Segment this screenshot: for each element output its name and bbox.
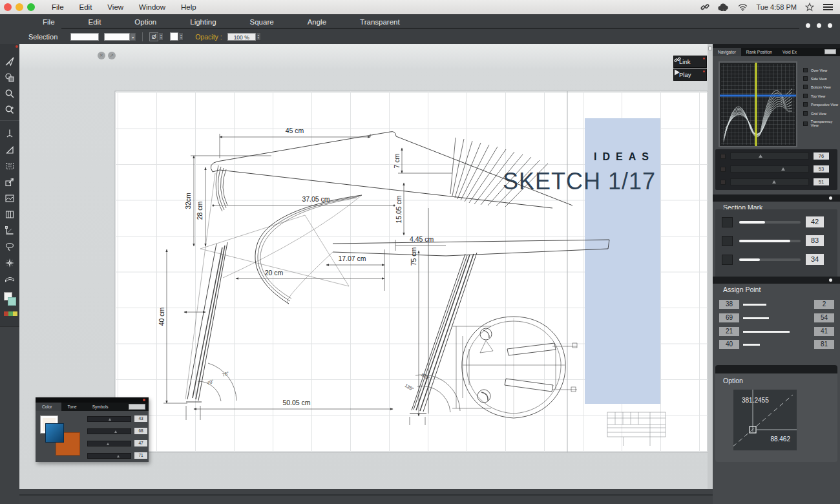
section-slider-2[interactable]: 83 [722,235,824,246]
svg-text:32cm: 32cm [184,193,192,209]
app-menubar: File Edit Option Lighting Square Angle T… [0,14,840,29]
lasso-hand-tool[interactable] [0,238,19,255]
navigator-preview[interactable] [719,61,797,147]
view-option-grid[interactable]: Grid View [803,111,826,116]
svg-text:4.45 cm: 4.45 cm [410,235,434,243]
svg-text:45 cm: 45 cm [286,127,304,134]
assign-point-header[interactable] [713,277,840,284]
tool-options-bar: Selection ▾ Ø ▲▼ ▲▼ Opacity : 100 % ▲▼ [0,29,840,44]
color-panel-header[interactable] [36,397,149,403]
assign-row-3[interactable]: 21 41 [719,327,790,336]
fill-field[interactable] [70,33,99,41]
color-slider-2[interactable]: 68 [87,428,147,434]
canvas-scrollbar[interactable] [708,44,713,489]
assign-row-2[interactable]: 69 54 [719,313,769,322]
section-slider-1[interactable]: 42 [722,216,824,227]
assign-row-4[interactable]: 40 81 [719,340,760,349]
hamburger-menu-icon[interactable] [823,3,834,11]
menu-angle[interactable]: Angle [291,18,343,26]
coordinate-preview[interactable]: 381.2455 88.462 [733,390,797,450]
menu-file[interactable]: File [26,18,72,26]
view-option-over[interactable]: Over View [803,68,827,72]
color-slider-4[interactable]: 71 [87,452,147,459]
doc-close-icon[interactable]: ✕ [98,52,105,59]
swatch-blue[interactable] [45,423,64,443]
image-trace-tool[interactable] [0,190,19,206]
pages-book-tool[interactable] [0,206,19,222]
option-title: Option [723,377,743,384]
svg-text:37.05 cm: 37.05 cm [302,195,330,203]
swatch-stepper[interactable]: ▲▼ [178,32,184,41]
shapes-tool[interactable] [0,69,19,85]
link-icon [674,56,681,63]
nav-slider-1[interactable]: 76 [720,152,829,160]
select-cursor-tool[interactable] [0,53,19,69]
nav-slider-2[interactable]: 53 [720,165,829,173]
star-burst-tool[interactable] [0,255,19,271]
view-option-bottom[interactable]: Bottom View [803,85,831,89]
opacity-input[interactable]: 100 % [227,33,256,41]
ribbon-3d-tool[interactable] [0,271,19,287]
link-button[interactable]: Link [673,56,707,68]
color-panel-options-icon[interactable] [129,404,145,410]
panel-options-icon[interactable] [824,49,836,54]
tab-tone[interactable]: Tone [61,403,86,411]
menu-edit[interactable]: Edit [72,18,118,26]
tab-void-ex[interactable]: Void Ex [777,48,802,56]
zoom-plus-tool[interactable] [0,101,19,118]
color-slider-1[interactable]: 43 [87,415,147,422]
toolbar-badge [16,45,18,48]
menu-option[interactable]: Option [118,18,173,26]
color-swatch[interactable] [170,32,178,41]
wifi-icon[interactable] [738,3,748,11]
menu-transparent[interactable]: Transparent [343,18,417,26]
opacity-stepper[interactable]: ▲▼ [256,32,261,41]
mac-menu-help[interactable]: Help [181,3,196,11]
search-tool[interactable] [0,85,19,101]
minimize-traffic-light[interactable] [16,3,23,11]
stroke-dropdown[interactable]: ▾ [130,33,136,41]
color-slider-3[interactable]: 47 [87,440,147,446]
tab-rank-position[interactable]: Rank Position [741,48,777,56]
svg-text:40 cm: 40 cm [158,307,165,326]
close-traffic-light[interactable] [4,3,12,11]
cloud-icon[interactable] [718,3,730,12]
nav-slider-3[interactable]: 51 [720,178,829,185]
mac-menu-file[interactable]: File [52,3,64,11]
mini-color-strip[interactable] [4,311,17,316]
view-option-transparency[interactable]: Transparency View [803,120,840,127]
zoom-traffic-light[interactable] [27,3,35,11]
menu-lighting[interactable]: Lighting [173,18,233,26]
color-panel[interactable]: Color Tone Symbols 43 68 47 71 [36,397,149,462]
clock: Tue 4:58 PM [756,3,797,11]
menu-square[interactable]: Square [233,18,291,26]
triangle-ruler-tool[interactable] [0,142,19,158]
section-mark-header[interactable] [713,194,840,202]
angle-measure-tool[interactable] [0,222,19,238]
tab-navigator[interactable]: Navigator [713,48,741,56]
ink-pen-tool[interactable] [0,125,19,142]
marquee-pattern-tool[interactable] [0,158,19,174]
view-option-side[interactable]: Side View [803,76,826,81]
mac-menu-edit[interactable]: Edit [79,3,92,11]
doc-expand-icon[interactable]: ↗ [108,52,116,59]
svg-text:50.05 cm: 50.05 cm [282,399,310,406]
assign-row-1[interactable]: 38 2 [719,300,766,309]
stroke-field[interactable] [104,33,130,41]
mac-menu-window[interactable]: Window [139,3,165,11]
export-arrow-tool[interactable] [0,174,19,190]
diameter-toggle[interactable]: Ø [149,32,158,41]
play-button[interactable]: Play [673,68,707,81]
selection-mode-label[interactable]: Selection [28,33,58,41]
view-option-top[interactable]: Top View [803,94,825,98]
section-slider-3[interactable]: 34 [722,254,824,265]
tab-symbols[interactable]: Symbols [86,403,118,411]
link-status-icon[interactable] [700,3,709,12]
tab-color[interactable]: Color [36,403,61,411]
diameter-stepper[interactable]: ▲▼ [158,32,163,41]
view-option-perspective[interactable]: Perspective View [803,102,838,107]
stroke-color-swatch[interactable] [8,297,16,306]
star-icon[interactable] [805,3,814,12]
mac-menu-view[interactable]: View [107,3,123,11]
option-panel-header[interactable] [715,365,837,373]
